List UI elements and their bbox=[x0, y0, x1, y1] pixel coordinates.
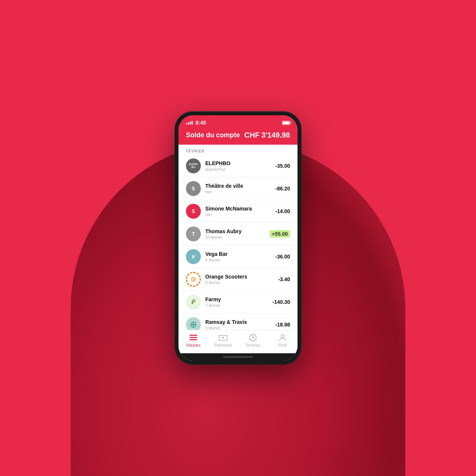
transaction-amount: -14.00 bbox=[275, 208, 290, 214]
transaction-amount: -3.40 bbox=[278, 276, 290, 282]
list-item[interactable]: T Thomas Aubry 10 février +55.00 bbox=[178, 223, 298, 245]
transaction-amount: -86.20 bbox=[275, 186, 290, 192]
transaction-amount: -35.00 bbox=[275, 163, 290, 169]
profil-icon bbox=[278, 333, 287, 342]
transaction-date: 10 février bbox=[205, 235, 265, 239]
list-item[interactable]: Ramsay & Travis 5 février -18.98 bbox=[178, 313, 298, 330]
transaction-info: Vega Bar 8 février bbox=[205, 251, 271, 262]
volumes-icon bbox=[189, 333, 198, 342]
transaction-date: hier bbox=[205, 212, 271, 217]
transaction-date: 7 février bbox=[205, 303, 268, 308]
home-indicator bbox=[178, 353, 298, 361]
avatar: T bbox=[186, 226, 201, 241]
amount-prefix: CHF bbox=[244, 131, 260, 139]
account-header: Solde du compte CHF 3'149.98 bbox=[178, 129, 298, 145]
transaction-content: FÉVRIER ELEPHBO ELEPHBO aujourd'hui -35.… bbox=[178, 145, 298, 330]
ramsay-icon bbox=[190, 321, 197, 328]
transaction-amount: -140.30 bbox=[273, 299, 290, 305]
svg-point-13 bbox=[253, 337, 254, 338]
status-time: 8:45 bbox=[196, 120, 206, 126]
avatar: S bbox=[186, 181, 201, 196]
transaction-info: Simone McNamara hier bbox=[205, 206, 271, 217]
svg-rect-8 bbox=[190, 339, 197, 340]
signal-icon bbox=[186, 121, 193, 125]
svg-point-14 bbox=[281, 335, 284, 338]
header-title: Solde du compte bbox=[186, 131, 240, 139]
section-label: FÉVRIER bbox=[178, 145, 298, 155]
nav-label-paiements: Paiements bbox=[214, 343, 232, 347]
status-bar: 8:45 bbox=[178, 115, 298, 129]
list-item[interactable]: Farmy 7 février -140.30 bbox=[178, 291, 298, 313]
transaction-amount: -18.98 bbox=[275, 322, 290, 328]
transaction-name: Farmy bbox=[205, 296, 268, 303]
transaction-list: ELEPHBO ELEPHBO aujourd'hui -35.00 S Thé… bbox=[178, 155, 298, 330]
phone-screen: 8:45 Solde du compte CHF 3'149.98 FÉVRIE… bbox=[178, 115, 298, 361]
phone-shell: 8:45 Solde du compte CHF 3'149.98 FÉVRIE… bbox=[175, 112, 301, 364]
svg-point-5 bbox=[193, 324, 194, 325]
transaction-info: ELEPHBO aujourd'hui bbox=[205, 160, 271, 171]
transaction-date: 5 février bbox=[205, 326, 271, 330]
transaction-info: Ramsay & Travis 5 février bbox=[205, 319, 271, 330]
scene: 8:45 Solde du compte CHF 3'149.98 FÉVRIE… bbox=[0, 0, 476, 476]
transaction-name: Théâtre de ville bbox=[205, 183, 271, 189]
nav-label-profil: Profil bbox=[279, 343, 287, 347]
services-icon bbox=[248, 333, 257, 342]
list-item[interactable]: ELEPHBO ELEPHBO aujourd'hui -35.00 bbox=[178, 155, 298, 177]
transaction-info: Théâtre de ville hier bbox=[205, 183, 271, 194]
nav-item-volumes[interactable]: Volumes bbox=[178, 333, 208, 347]
transaction-amount: +55.00 bbox=[270, 230, 290, 238]
orange-scooters-icon bbox=[191, 277, 196, 282]
list-item[interactable]: S Simone McNamara hier -14.00 bbox=[178, 200, 298, 223]
bottom-nav: Volumes Paiements bbox=[178, 330, 298, 353]
avatar: v bbox=[186, 249, 201, 264]
svg-rect-7 bbox=[190, 337, 197, 338]
transaction-info: Farmy 7 février bbox=[205, 296, 268, 308]
transaction-info: Orange Scooters 8 février bbox=[205, 274, 274, 285]
transaction-name: Thomas Aubry bbox=[205, 228, 265, 235]
transaction-name: ELEPHBO bbox=[205, 160, 271, 167]
transaction-date: aujourd'hui bbox=[205, 167, 271, 171]
transaction-name: Ramsay & Travis bbox=[205, 319, 271, 325]
nav-item-profil[interactable]: Profil bbox=[268, 333, 298, 347]
avatar: S bbox=[186, 204, 201, 219]
amount-value: 3'149.98 bbox=[261, 131, 290, 139]
home-bar bbox=[223, 356, 253, 358]
nav-label-services: Services bbox=[246, 343, 260, 347]
nav-item-paiements[interactable]: Paiements bbox=[208, 333, 238, 347]
transaction-info: Thomas Aubry 10 février bbox=[205, 228, 265, 239]
farmy-icon bbox=[189, 298, 197, 306]
header-amount: CHF 3'149.98 bbox=[244, 131, 290, 139]
svg-rect-6 bbox=[190, 335, 197, 336]
transaction-amount: -36.00 bbox=[275, 254, 290, 260]
transaction-name: Vega Bar bbox=[205, 251, 271, 257]
avatar bbox=[186, 317, 201, 330]
nav-item-services[interactable]: Services bbox=[238, 333, 268, 347]
nav-label-volumes: Volumes bbox=[186, 343, 200, 347]
avatar: ELEPHBO bbox=[186, 158, 201, 173]
svg-point-1 bbox=[193, 279, 194, 280]
transaction-date: hier bbox=[205, 190, 271, 194]
list-item[interactable]: Orange Scooters 8 février -3.40 bbox=[178, 268, 298, 291]
transaction-date: 8 février bbox=[205, 280, 274, 285]
transaction-name: Orange Scooters bbox=[205, 274, 274, 280]
paiements-icon bbox=[219, 333, 228, 342]
list-item[interactable]: v Vega Bar 8 février -36.00 bbox=[178, 245, 298, 268]
avatar bbox=[186, 272, 201, 287]
avatar bbox=[186, 295, 201, 309]
list-item[interactable]: S Théâtre de ville hier -86.20 bbox=[178, 177, 298, 200]
battery-icon bbox=[282, 121, 290, 125]
transaction-date: 8 février bbox=[205, 258, 271, 262]
transaction-name: Simone McNamara bbox=[205, 206, 271, 212]
